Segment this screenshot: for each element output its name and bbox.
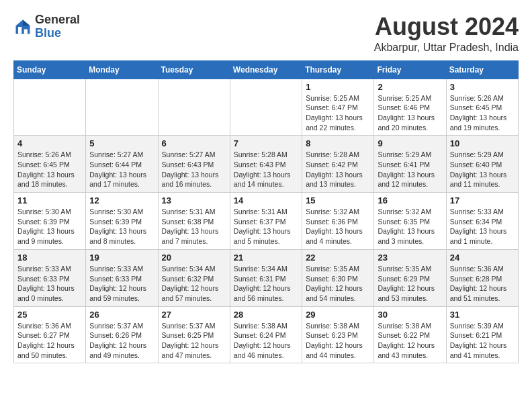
- day-info: Sunrise: 5:25 AM Sunset: 6:46 PM Dayligh…: [378, 93, 442, 133]
- day-info: Sunrise: 5:33 AM Sunset: 6:33 PM Dayligh…: [89, 264, 154, 304]
- calendar-cell: 11Sunrise: 5:30 AM Sunset: 6:39 PM Dayli…: [14, 193, 86, 250]
- calendar-week-row: 11Sunrise: 5:30 AM Sunset: 6:39 PM Dayli…: [14, 193, 519, 250]
- day-number: 17: [450, 195, 515, 205]
- logo: General Blue: [13, 13, 80, 40]
- day-number: 21: [234, 253, 298, 263]
- day-info: Sunrise: 5:34 AM Sunset: 6:32 PM Dayligh…: [162, 264, 226, 304]
- day-info: Sunrise: 5:35 AM Sunset: 6:30 PM Dayligh…: [306, 264, 370, 304]
- day-info: Sunrise: 5:36 AM Sunset: 6:27 PM Dayligh…: [17, 321, 82, 361]
- calendar-cell: 2Sunrise: 5:25 AM Sunset: 6:46 PM Daylig…: [374, 79, 446, 136]
- weekday-header-row: SundayMondayTuesdayWednesdayThursdayFrid…: [14, 60, 519, 79]
- calendar-cell: 21Sunrise: 5:34 AM Sunset: 6:31 PM Dayli…: [230, 249, 302, 306]
- day-number: 5: [89, 138, 154, 148]
- calendar-week-row: 18Sunrise: 5:33 AM Sunset: 6:33 PM Dayli…: [14, 249, 519, 306]
- day-number: 27: [162, 310, 226, 320]
- calendar-cell: 25Sunrise: 5:36 AM Sunset: 6:27 PM Dayli…: [14, 306, 86, 363]
- calendar-cell: 15Sunrise: 5:32 AM Sunset: 6:36 PM Dayli…: [302, 193, 374, 250]
- day-number: 13: [162, 195, 226, 205]
- svg-rect-3: [24, 29, 28, 34]
- day-info: Sunrise: 5:38 AM Sunset: 6:24 PM Dayligh…: [234, 321, 298, 361]
- day-number: 15: [306, 195, 370, 205]
- day-info: Sunrise: 5:39 AM Sunset: 6:21 PM Dayligh…: [450, 321, 515, 361]
- calendar-cell: 19Sunrise: 5:33 AM Sunset: 6:33 PM Dayli…: [86, 249, 158, 306]
- calendar-cell: 12Sunrise: 5:30 AM Sunset: 6:39 PM Dayli…: [86, 193, 158, 250]
- calendar-cell: 24Sunrise: 5:36 AM Sunset: 6:28 PM Dayli…: [446, 249, 518, 306]
- calendar-cell: [86, 79, 158, 136]
- day-number: 9: [378, 138, 442, 148]
- day-number: 7: [234, 138, 298, 148]
- day-number: 25: [17, 310, 82, 320]
- weekday-header-monday: Monday: [86, 60, 158, 79]
- weekday-header-saturday: Saturday: [446, 60, 518, 79]
- day-number: 22: [306, 253, 370, 263]
- month-title: August 2024: [374, 13, 519, 40]
- day-info: Sunrise: 5:27 AM Sunset: 6:44 PM Dayligh…: [89, 150, 154, 189]
- day-number: 14: [234, 195, 298, 205]
- calendar-cell: 28Sunrise: 5:38 AM Sunset: 6:24 PM Dayli…: [230, 306, 302, 363]
- calendar-cell: 7Sunrise: 5:28 AM Sunset: 6:43 PM Daylig…: [230, 136, 302, 193]
- day-info: Sunrise: 5:28 AM Sunset: 6:42 PM Dayligh…: [306, 150, 370, 189]
- calendar-cell: 9Sunrise: 5:29 AM Sunset: 6:41 PM Daylig…: [374, 136, 446, 193]
- calendar-week-row: 25Sunrise: 5:36 AM Sunset: 6:27 PM Dayli…: [14, 306, 519, 363]
- day-number: 3: [450, 82, 515, 92]
- calendar-cell: 31Sunrise: 5:39 AM Sunset: 6:21 PM Dayli…: [446, 306, 518, 363]
- svg-marker-1: [23, 19, 30, 26]
- weekday-header-sunday: Sunday: [14, 60, 86, 79]
- calendar-cell: 13Sunrise: 5:31 AM Sunset: 6:38 PM Dayli…: [158, 193, 230, 250]
- day-number: 11: [17, 195, 82, 205]
- weekday-header-thursday: Thursday: [302, 60, 374, 79]
- day-info: Sunrise: 5:27 AM Sunset: 6:43 PM Dayligh…: [162, 150, 226, 189]
- calendar-cell: [14, 79, 86, 136]
- calendar-cell: 23Sunrise: 5:35 AM Sunset: 6:29 PM Dayli…: [374, 249, 446, 306]
- calendar-cell: 27Sunrise: 5:37 AM Sunset: 6:25 PM Dayli…: [158, 306, 230, 363]
- calendar-cell: 6Sunrise: 5:27 AM Sunset: 6:43 PM Daylig…: [158, 136, 230, 193]
- page-header: General Blue August 2024 Akbarpur, Uttar…: [13, 13, 519, 54]
- day-number: 16: [378, 195, 442, 205]
- day-info: Sunrise: 5:32 AM Sunset: 6:35 PM Dayligh…: [378, 207, 442, 246]
- day-number: 4: [17, 138, 82, 148]
- calendar-cell: 20Sunrise: 5:34 AM Sunset: 6:32 PM Dayli…: [158, 249, 230, 306]
- calendar-week-row: 1Sunrise: 5:25 AM Sunset: 6:47 PM Daylig…: [14, 79, 519, 136]
- day-number: 28: [234, 310, 298, 320]
- day-info: Sunrise: 5:26 AM Sunset: 6:45 PM Dayligh…: [450, 93, 515, 133]
- svg-rect-2: [18, 27, 21, 34]
- logo-blue-text: Blue: [35, 26, 61, 40]
- day-info: Sunrise: 5:32 AM Sunset: 6:36 PM Dayligh…: [306, 207, 370, 246]
- day-number: 29: [306, 310, 370, 320]
- calendar-cell: 22Sunrise: 5:35 AM Sunset: 6:30 PM Dayli…: [302, 249, 374, 306]
- title-area: August 2024 Akbarpur, Uttar Pradesh, Ind…: [374, 13, 519, 54]
- day-number: 23: [378, 253, 442, 263]
- day-info: Sunrise: 5:38 AM Sunset: 6:22 PM Dayligh…: [378, 321, 442, 361]
- day-number: 2: [378, 82, 442, 92]
- day-number: 26: [89, 310, 154, 320]
- calendar-cell: 3Sunrise: 5:26 AM Sunset: 6:45 PM Daylig…: [446, 79, 518, 136]
- day-info: Sunrise: 5:25 AM Sunset: 6:47 PM Dayligh…: [306, 93, 370, 133]
- day-info: Sunrise: 5:29 AM Sunset: 6:40 PM Dayligh…: [450, 150, 515, 189]
- day-info: Sunrise: 5:33 AM Sunset: 6:33 PM Dayligh…: [17, 264, 82, 304]
- calendar-cell: 16Sunrise: 5:32 AM Sunset: 6:35 PM Dayli…: [374, 193, 446, 250]
- day-number: 6: [162, 138, 226, 148]
- day-number: 31: [450, 310, 515, 320]
- day-info: Sunrise: 5:31 AM Sunset: 6:38 PM Dayligh…: [162, 207, 226, 246]
- day-info: Sunrise: 5:37 AM Sunset: 6:25 PM Dayligh…: [162, 321, 226, 361]
- day-info: Sunrise: 5:29 AM Sunset: 6:41 PM Dayligh…: [378, 150, 442, 189]
- calendar-cell: 4Sunrise: 5:26 AM Sunset: 6:45 PM Daylig…: [14, 136, 86, 193]
- calendar-cell: 26Sunrise: 5:37 AM Sunset: 6:26 PM Dayli…: [86, 306, 158, 363]
- day-number: 12: [89, 195, 154, 205]
- day-info: Sunrise: 5:34 AM Sunset: 6:31 PM Dayligh…: [234, 264, 298, 304]
- day-number: 19: [89, 253, 154, 263]
- weekday-header-friday: Friday: [374, 60, 446, 79]
- day-number: 1: [306, 82, 370, 92]
- calendar-cell: 18Sunrise: 5:33 AM Sunset: 6:33 PM Dayli…: [14, 249, 86, 306]
- day-info: Sunrise: 5:38 AM Sunset: 6:23 PM Dayligh…: [306, 321, 370, 361]
- day-number: 18: [17, 253, 82, 263]
- calendar-cell: 14Sunrise: 5:31 AM Sunset: 6:37 PM Dayli…: [230, 193, 302, 250]
- day-info: Sunrise: 5:36 AM Sunset: 6:28 PM Dayligh…: [450, 264, 515, 304]
- calendar-cell: 8Sunrise: 5:28 AM Sunset: 6:42 PM Daylig…: [302, 136, 374, 193]
- location-title: Akbarpur, Uttar Pradesh, India: [374, 42, 519, 54]
- calendar-cell: 29Sunrise: 5:38 AM Sunset: 6:23 PM Dayli…: [302, 306, 374, 363]
- day-number: 8: [306, 138, 370, 148]
- day-info: Sunrise: 5:33 AM Sunset: 6:34 PM Dayligh…: [450, 207, 515, 246]
- calendar-cell: [158, 79, 230, 136]
- day-info: Sunrise: 5:26 AM Sunset: 6:45 PM Dayligh…: [17, 150, 82, 189]
